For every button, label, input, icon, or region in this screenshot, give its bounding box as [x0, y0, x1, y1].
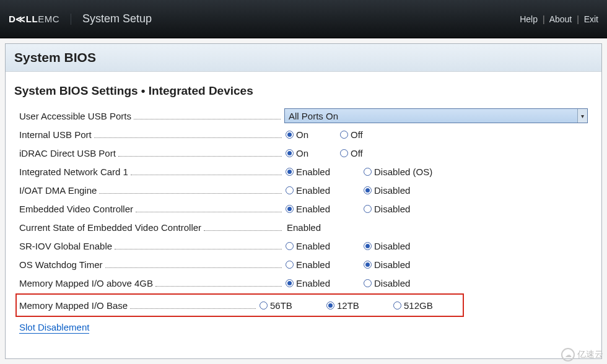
leader-dots [118, 156, 282, 157]
radio-mmiobase-12tb[interactable]: 12TB [326, 300, 382, 311]
page-title-band: System BIOS [6, 44, 601, 72]
radio-icon [260, 301, 268, 310]
page-title: System BIOS [14, 50, 593, 65]
radio-sriov-enabled[interactable]: Enabled [286, 241, 352, 251]
radio-icon [286, 279, 294, 287]
label-watchdog: OS Watchdog Timer [19, 259, 103, 270]
brand-bold: D≪LL [9, 14, 38, 25]
label-usb-ports: User Accessible USB Ports [19, 111, 131, 121]
radio-icon [286, 186, 294, 194]
radio-watchdog-disabled[interactable]: Disabled [364, 259, 410, 270]
radio-icon [340, 131, 348, 139]
radio-label: 12TB [337, 300, 359, 311]
leader-dots [136, 212, 282, 212]
radio-label: Disabled [374, 241, 410, 251]
radio-mmiobase-512gb[interactable]: 512GB [393, 300, 449, 311]
radio-nic1-disabled-os[interactable]: Disabled (OS) [364, 167, 432, 177]
settings-form: User Accessible USB Ports All Ports On ▾… [6, 106, 601, 332]
watermark: ☁ 亿速云 [561, 348, 603, 362]
row-usb-ports: User Accessible USB Ports All Ports On ▾ [19, 106, 588, 125]
link-separator: | [540, 14, 548, 24]
row-mmiobase: Memory Mapped I/O Base 56TB 12TB 512GB [19, 296, 460, 314]
radio-icon [340, 149, 348, 157]
row-nic1: Integrated Network Card 1 Enabled Disabl… [19, 162, 588, 181]
radio-idrac-usb-on[interactable]: On [286, 148, 329, 158]
radio-label: Off [351, 148, 363, 158]
radio-icon [286, 261, 294, 269]
radio-label: Enabled [296, 278, 330, 288]
radio-icon [364, 279, 372, 287]
app-title: System Setup [82, 12, 152, 25]
radio-label: 512GB [404, 300, 433, 311]
radio-embedded-video-disabled[interactable]: Disabled [364, 204, 410, 214]
label-video-state: Current State of Embedded Video Controll… [19, 222, 201, 233]
radio-label: Enabled [296, 259, 330, 270]
radio-label: On [296, 129, 308, 140]
radio-label: Disabled [374, 204, 410, 214]
radio-icon [364, 168, 372, 176]
watermark-text: 亿速云 [577, 349, 603, 360]
chevron-down-icon: ▾ [577, 109, 587, 123]
row-video-state: Current State of Embedded Video Controll… [19, 218, 588, 236]
dropdown-usb-ports[interactable]: All Ports On ▾ [284, 108, 588, 123]
label-nic1: Integrated Network Card 1 [19, 167, 128, 177]
radio-mmio4gb-disabled[interactable]: Disabled [364, 278, 410, 288]
radio-icon [364, 242, 372, 250]
row-watchdog: OS Watchdog Timer Enabled Disabled [19, 255, 588, 274]
radio-internal-usb-on[interactable]: On [286, 129, 329, 140]
radio-nic1-enabled[interactable]: Enabled [286, 167, 352, 177]
label-embedded-video: Embedded Video Controller [19, 204, 133, 214]
radio-icon [326, 301, 334, 310]
exit-link[interactable]: Exit [584, 14, 598, 24]
leader-dots [94, 137, 282, 138]
radio-sriov-disabled[interactable]: Disabled [364, 241, 410, 251]
row-sriov: SR-IOV Global Enable Enabled Disabled [19, 236, 588, 255]
radio-ioat-disabled[interactable]: Disabled [364, 185, 410, 196]
leader-dots [105, 267, 282, 268]
radio-label: On [296, 148, 308, 158]
value-video-state: Enabled [286, 222, 321, 233]
radio-label: 56TB [270, 300, 292, 311]
leader-dots [99, 193, 282, 194]
row-ioat: I/OAT DMA Engine Enabled Disabled [19, 181, 588, 199]
content-panel: System BIOS System BIOS Settings • Integ… [5, 43, 602, 359]
leader-dots [134, 119, 281, 119]
highlight-box: Memory Mapped I/O Base 56TB 12TB 512GB [15, 293, 464, 317]
label-mmio4gb: Memory Mapped I/O above 4GB [19, 278, 153, 288]
row-slot-disablement: Slot Disablement [19, 317, 588, 332]
label-sriov: SR-IOV Global Enable [19, 241, 112, 251]
label-internal-usb: Internal USB Port [19, 129, 92, 140]
link-slot-disablement[interactable]: Slot Disablement [19, 322, 89, 334]
radio-mmio4gb-enabled[interactable]: Enabled [286, 278, 352, 288]
dropdown-value: All Ports On [289, 111, 338, 121]
label-idrac-usb: iDRAC Direct USB Port [19, 148, 116, 158]
about-link[interactable]: About [549, 14, 572, 24]
radio-label: Enabled [296, 167, 330, 177]
radio-label: Disabled (OS) [374, 167, 432, 177]
radio-icon [364, 205, 372, 213]
radio-embedded-video-enabled[interactable]: Enabled [286, 204, 352, 214]
radio-label: Disabled [374, 278, 410, 288]
header-bar: D≪LLEMC System Setup Help | About | Exit [0, 0, 607, 38]
radio-watchdog-enabled[interactable]: Enabled [286, 259, 352, 270]
radio-label: Disabled [374, 259, 410, 270]
brand-thin: EMC [38, 14, 59, 24]
radio-idrac-usb-off[interactable]: Off [340, 148, 363, 158]
radio-label: Enabled [296, 241, 330, 251]
breadcrumb: System BIOS Settings • Integrated Device… [6, 72, 601, 106]
help-link[interactable]: Help [520, 14, 538, 24]
label-ioat: I/OAT DMA Engine [19, 185, 97, 196]
radio-icon [286, 205, 294, 213]
radio-mmiobase-56tb[interactable]: 56TB [260, 300, 315, 311]
radio-label: Enabled [296, 185, 330, 196]
row-internal-usb: Internal USB Port On Off [19, 125, 588, 144]
row-embedded-video: Embedded Video Controller Enabled Disabl… [19, 199, 588, 218]
radio-ioat-enabled[interactable]: Enabled [286, 185, 352, 196]
radio-internal-usb-off[interactable]: Off [340, 129, 363, 140]
leader-dots [155, 286, 282, 287]
radio-icon [286, 168, 294, 176]
link-separator: | [574, 14, 582, 24]
radio-label: Enabled [296, 204, 330, 214]
header-links: Help | About | Exit [520, 14, 598, 24]
leader-dots [115, 249, 282, 249]
